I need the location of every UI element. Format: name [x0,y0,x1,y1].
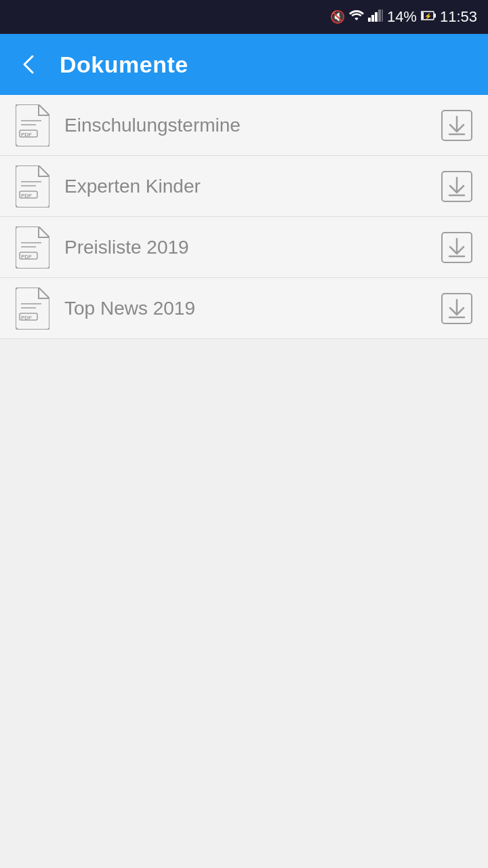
document-name: Experten Kinder [64,176,439,197]
pdf-icon: PDF [14,103,51,147]
clock: 11:53 [440,8,477,26]
pdf-icon: PDF [14,286,51,330]
list-item[interactable]: PDF Einschulungstermine [0,95,488,156]
battery-percentage: 14% [387,8,417,26]
svg-text:PDF: PDF [21,315,32,321]
page-title: Dokumente [60,52,188,78]
status-bar: 🔇 14% ⚡ [0,0,488,34]
download-button[interactable] [439,169,474,204]
wifi-icon [349,9,364,25]
list-item[interactable]: PDF Top News 2019 [0,278,488,339]
svg-text:PDF: PDF [21,132,32,138]
signal-icon [368,9,383,25]
pdf-icon: PDF [14,164,51,208]
app-bar: Dokumente [0,34,488,95]
document-name: Top News 2019 [64,298,439,319]
battery-icon: ⚡ [421,10,436,24]
download-button[interactable] [439,291,474,326]
svg-rect-6 [422,12,424,19]
svg-text:PDF: PDF [21,254,32,260]
status-icons: 🔇 14% ⚡ [330,8,477,26]
svg-text:PDF: PDF [21,193,32,199]
pdf-icon: PDF [14,225,51,269]
svg-rect-0 [368,18,371,22]
document-list: PDF Einschulungstermine PDF [0,95,488,339]
document-name: Preisliste 2019 [64,237,439,258]
bluetooth-icon: 🔇 [330,9,345,24]
download-button[interactable] [439,108,474,143]
document-name: Einschulungstermine [64,115,439,136]
back-button[interactable] [14,48,46,81]
svg-rect-7 [434,14,436,18]
svg-rect-1 [371,15,374,22]
svg-text:⚡: ⚡ [424,12,432,20]
svg-rect-2 [375,12,378,22]
svg-rect-3 [378,9,381,22]
list-item[interactable]: PDF Experten Kinder [0,156,488,217]
download-button[interactable] [439,230,474,265]
svg-rect-4 [382,9,383,22]
list-item[interactable]: PDF Preisliste 2019 [0,217,488,278]
